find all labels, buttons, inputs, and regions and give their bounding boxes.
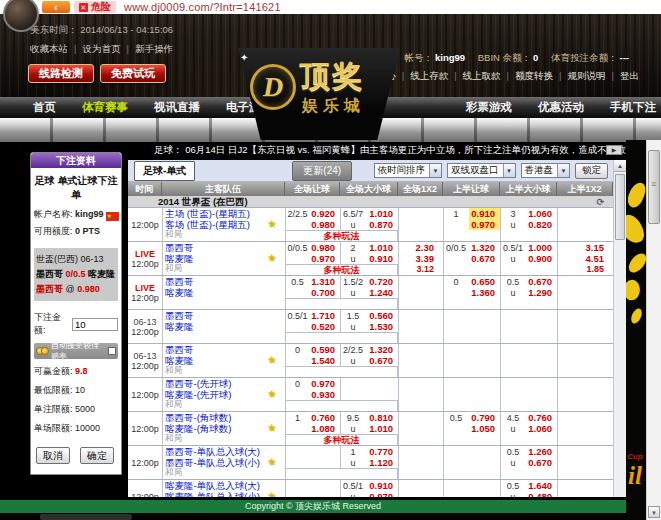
hou-top-odds[interactable]: 0.760: [526, 412, 557, 423]
hh-bottom-odds[interactable]: 0.670: [469, 253, 500, 264]
hou-top-odds[interactable]: 0.670: [526, 276, 557, 287]
fh-bottom-odds[interactable]: 0.980: [310, 219, 340, 230]
fh-bottom-odds[interactable]: 1.540: [310, 355, 340, 366]
nav-home[interactable]: 首页: [20, 100, 69, 115]
back-button[interactable]: ‹: [42, 1, 70, 13]
fou-bottom-odds[interactable]: 1.120: [366, 457, 398, 468]
scroll-up-icon[interactable]: ▲: [614, 160, 626, 172]
fou-top-odds[interactable]: 0.810: [366, 412, 398, 423]
fou-top-odds[interactable]: 0.910: [366, 480, 398, 491]
fh-top-odds[interactable]: 0.590: [310, 344, 340, 355]
nav-mobile-bet[interactable]: 手机下注: [597, 100, 661, 115]
team-draw[interactable]: 和局: [162, 434, 285, 443]
fh-bottom-odds[interactable]: 0.700: [310, 287, 340, 298]
team-away[interactable]: 喀麦隆: [162, 287, 285, 298]
sort-select[interactable]: 依时间排序▼: [374, 163, 443, 178]
fh-bottom-odds[interactable]: 0.930: [310, 389, 340, 400]
link-logout[interactable]: 登出: [620, 70, 639, 81]
auto-accept-checkbox[interactable]: [108, 347, 116, 355]
fh-bottom-odds[interactable]: 0.970: [310, 253, 340, 264]
scroll-down-icon[interactable]: ▼: [648, 506, 660, 518]
link-transfer[interactable]: 额度转换: [515, 70, 553, 81]
hh-top-odds[interactable]: 1.320: [469, 242, 500, 253]
favorite-star-icon[interactable]: ★: [267, 219, 276, 229]
hh-top-odds[interactable]: 0.910: [469, 208, 500, 219]
fou-top-odds[interactable]: 1.320: [366, 344, 398, 355]
hh-bottom-odds[interactable]: 0.970: [469, 219, 500, 230]
h1x2-draw-odds[interactable]: 1.85: [557, 264, 613, 272]
page-scroll-thumb[interactable]: [648, 150, 660, 224]
fh-top-odds[interactable]: 1.310: [310, 276, 340, 287]
link-deposit[interactable]: 线上存款: [410, 70, 448, 81]
line-mode-select[interactable]: 双线双盘口▼: [447, 163, 516, 178]
fou-top-odds[interactable]: 1.010: [366, 242, 398, 253]
auto-accept-toggle[interactable]: 自动接受较佳赔率: [34, 343, 118, 359]
hou-bottom-odds[interactable]: 0.820: [526, 219, 557, 230]
panel-scrollbar[interactable]: ▲: [613, 160, 626, 497]
fou-bottom-odds[interactable]: 0.870: [366, 219, 398, 230]
link-rules[interactable]: 规则说明: [568, 70, 606, 81]
site-logo[interactable]: ✦ D 顶奖 娱乐城: [238, 48, 400, 140]
link-bookmark[interactable]: 收藏本站: [30, 43, 68, 54]
cancel-button[interactable]: 取消: [36, 447, 70, 464]
favorite-star-icon[interactable]: ★: [267, 389, 276, 399]
team-home[interactable]: 墨西哥: [162, 276, 285, 287]
fou-bottom-odds[interactable]: 1.010: [366, 423, 398, 434]
free-trial-button[interactable]: 免费试玩: [100, 64, 166, 83]
hou-bottom-odds[interactable]: 0.900: [526, 253, 557, 264]
f1x2-away-odds[interactable]: 3.39: [398, 253, 443, 264]
fou-top-odds[interactable]: 1.010: [366, 208, 398, 219]
hou-top-odds[interactable]: 1.260: [526, 446, 557, 457]
team-draw[interactable]: 和局: [162, 230, 285, 239]
nav-promotions[interactable]: 优惠活动: [525, 100, 597, 115]
fh-top-odds[interactable]: 0.970: [310, 378, 340, 389]
hou-bottom-odds[interactable]: 1.290: [526, 287, 557, 298]
team-draw[interactable]: 和局: [162, 366, 285, 375]
fh-top-odds[interactable]: 0.920: [310, 208, 340, 219]
team-home[interactable]: 墨西哥: [162, 310, 285, 321]
fou-top-odds[interactable]: 0.770: [366, 446, 398, 457]
nav-lottery[interactable]: 彩票游戏: [453, 100, 525, 115]
f1x2-home-odds[interactable]: 2.30: [398, 242, 443, 253]
favorite-star-icon[interactable]: ★: [267, 253, 276, 263]
hou-bottom-odds[interactable]: 0.670: [526, 457, 557, 468]
f1x2-draw-odds[interactable]: 3.12: [398, 264, 443, 272]
fou-top-odds[interactable]: 0.720: [366, 276, 398, 287]
lock-button[interactable]: 锁定: [575, 163, 608, 179]
fh-top-odds[interactable]: 0.980: [310, 242, 340, 253]
refresh-circle-icon[interactable]: ⟳: [596, 196, 604, 208]
fou-top-odds[interactable]: 0.560: [366, 310, 398, 321]
hou-top-odds[interactable]: 1.640: [526, 480, 557, 491]
page-scrollbar[interactable]: ▼: [646, 140, 661, 520]
fou-bottom-odds[interactable]: 0.970: [366, 491, 398, 497]
hou-bottom-odds[interactable]: 0.480: [526, 491, 557, 497]
sport-tab[interactable]: 足球-单式: [134, 161, 195, 181]
favorite-star-icon[interactable]: ★: [267, 423, 276, 433]
link-newbie[interactable]: 新手操作: [135, 43, 173, 54]
hh-bottom-odds[interactable]: 1.050: [469, 423, 500, 434]
nav-sports[interactable]: 体育赛事: [69, 100, 141, 115]
marquee-control-icon[interactable]: ▶: [606, 145, 622, 155]
team-draw[interactable]: 和局: [162, 468, 285, 477]
panel-scroll-thumb[interactable]: [615, 174, 625, 240]
h1x2-away-odds[interactable]: 4.51: [557, 253, 613, 264]
fou-bottom-odds[interactable]: 0.670: [366, 355, 398, 366]
team-away[interactable]: 喀麦隆: [162, 321, 285, 332]
fh-top-odds[interactable]: 0.760: [310, 412, 340, 423]
more-plays[interactable]: 多种玩法: [285, 264, 398, 275]
team-draw[interactable]: 和局: [162, 400, 285, 409]
hh-top-odds[interactable]: 0.790: [469, 412, 500, 423]
hh-bottom-odds[interactable]: 1.360: [469, 287, 500, 298]
bet-amount-input[interactable]: [72, 318, 118, 331]
fou-bottom-odds[interactable]: 1.240: [366, 287, 398, 298]
fou-bottom-odds[interactable]: 1.530: [366, 321, 398, 332]
odds-type-select[interactable]: 香港盘▼: [521, 163, 571, 178]
url-text[interactable]: www.dj0009.com/?Intr=141621: [124, 1, 281, 13]
hou-top-odds[interactable]: 1.000: [526, 242, 557, 253]
favorite-star-icon[interactable]: ★: [267, 491, 276, 497]
h1x2-home-odds[interactable]: 3.15: [557, 242, 613, 253]
hh-top-odds[interactable]: 0.650: [469, 276, 500, 287]
link-withdraw[interactable]: 线上取款: [463, 70, 501, 81]
favorite-star-icon[interactable]: ★: [267, 457, 276, 467]
hou-top-odds[interactable]: 1.060: [526, 208, 557, 219]
